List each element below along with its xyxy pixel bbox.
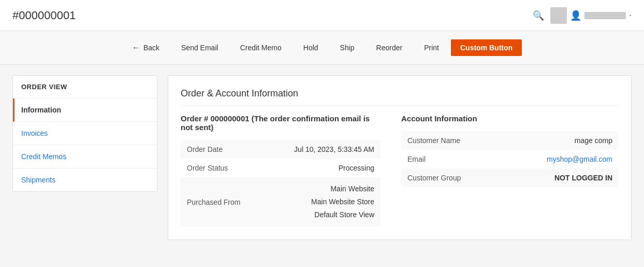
- table-row: Purchased From Main WebsiteMain Website …: [181, 177, 380, 227]
- print-label: Print: [424, 44, 439, 52]
- sidebar-title: ORDER VIEW: [13, 76, 157, 99]
- top-header: #000000001 🔍 👤 ·: [0, 0, 644, 31]
- send-email-label: Send Email: [181, 44, 218, 52]
- sidebar-item-credit-memos[interactable]: Credit Memos: [13, 145, 157, 168]
- purchased-from-label: Purchased From: [181, 177, 264, 227]
- main-content: ORDER VIEW Information Invoices Credit M…: [0, 65, 644, 250]
- hold-label: Hold: [303, 44, 318, 52]
- reorder-label: Reorder: [376, 44, 403, 52]
- username-box: [584, 12, 626, 19]
- print-button[interactable]: Print: [414, 39, 449, 57]
- credit-memo-label: Credit Memo: [240, 44, 282, 52]
- hold-button[interactable]: Hold: [294, 39, 328, 57]
- sidebar-item-label: Information: [21, 106, 61, 114]
- avatar-area: 👤 ·: [550, 7, 632, 24]
- order-id: #000000001: [12, 9, 76, 22]
- credit-memo-button[interactable]: Credit Memo: [230, 39, 291, 57]
- sidebar: ORDER VIEW Information Invoices Credit M…: [12, 75, 157, 192]
- back-label: Back: [143, 44, 159, 52]
- order-status-label: Order Status: [181, 159, 264, 177]
- back-arrow-icon: ←: [132, 43, 140, 52]
- content-area: Order & Account Information Order # 0000…: [168, 75, 632, 240]
- email-value: myshop@gmail.com: [501, 150, 619, 168]
- email-label: Email: [401, 150, 501, 168]
- order-info-title: Order # 000000001 (The order confirmatio…: [181, 114, 380, 132]
- customer-group-label: Customer Group: [401, 168, 501, 187]
- table-row: Order Date Jul 10, 2023, 5:33:45 AM: [181, 140, 380, 159]
- table-row: Customer Group NOT LOGGED IN: [401, 168, 619, 187]
- header-right: 🔍 👤 ·: [533, 7, 632, 24]
- order-info-table: Order Date Jul 10, 2023, 5:33:45 AM Orde…: [181, 140, 380, 227]
- content-columns: Order # 000000001 (The order confirmatio…: [181, 114, 619, 227]
- ship-label: Ship: [340, 44, 355, 52]
- sidebar-item-label: Shipments: [21, 176, 55, 184]
- custom-button-label: Custom Button: [460, 44, 513, 52]
- customer-name-value: mage comp: [501, 131, 619, 150]
- table-row: Email myshop@gmail.com: [401, 150, 619, 168]
- section-title: Order & Account Information: [181, 88, 619, 106]
- ship-button[interactable]: Ship: [330, 39, 364, 57]
- dot-menu[interactable]: ·: [629, 10, 632, 21]
- custom-button[interactable]: Custom Button: [451, 39, 522, 56]
- back-button[interactable]: ← Back: [122, 38, 169, 57]
- order-date-value: Jul 10, 2023, 5:33:45 AM: [264, 140, 380, 159]
- table-row: Customer Name mage comp: [401, 131, 619, 150]
- send-email-button[interactable]: Send Email: [171, 39, 228, 57]
- sidebar-item-label: Invoices: [21, 129, 48, 137]
- order-date-label: Order Date: [181, 140, 264, 159]
- customer-name-label: Customer Name: [401, 131, 501, 150]
- sidebar-item-label: Credit Memos: [21, 152, 66, 161]
- avatar-box: [550, 7, 567, 24]
- user-icon: 👤: [570, 10, 581, 21]
- email-link[interactable]: myshop@gmail.com: [547, 155, 612, 163]
- order-info-section: Order # 000000001 (The order confirmatio…: [181, 114, 380, 227]
- account-info-section: Account Information Customer Name mage c…: [401, 114, 619, 227]
- order-status-value: Processing: [264, 159, 380, 177]
- sidebar-item-shipments[interactable]: Shipments: [13, 168, 157, 191]
- toolbar: ← Back Send Email Credit Memo Hold Ship …: [0, 31, 644, 65]
- account-title: Account Information: [401, 114, 619, 123]
- table-row: Order Status Processing: [181, 159, 380, 177]
- sidebar-item-information[interactable]: Information: [13, 99, 157, 122]
- search-icon: 🔍: [533, 10, 544, 21]
- customer-group-value: NOT LOGGED IN: [501, 168, 619, 187]
- sidebar-item-invoices[interactable]: Invoices: [13, 122, 157, 145]
- account-info-table: Customer Name mage comp Email myshop@gma…: [401, 131, 619, 187]
- search-button[interactable]: 🔍: [533, 10, 544, 21]
- purchased-from-value: Main WebsiteMain Website StoreDefault St…: [264, 177, 380, 227]
- reorder-button[interactable]: Reorder: [367, 39, 413, 57]
